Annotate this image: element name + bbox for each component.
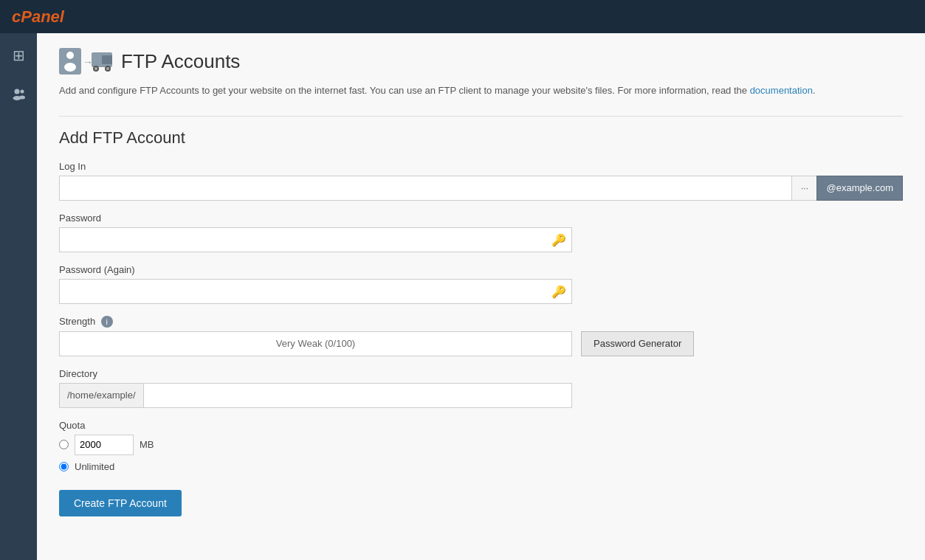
cpanel-logo: cPanel — [12, 7, 64, 27]
password-again-input[interactable] — [59, 279, 572, 304]
page-title: FTP Accounts — [121, 50, 240, 73]
password-again-label: Password (Again) — [59, 264, 903, 275]
logo-panel: Panel — [21, 7, 64, 26]
password-generator-button[interactable]: Password Generator — [581, 331, 694, 356]
svg-point-12 — [94, 67, 97, 70]
directory-input[interactable] — [143, 383, 573, 408]
quota-mb-unit: MB — [140, 439, 154, 450]
quota-unlimited-radio[interactable] — [59, 462, 69, 471]
svg-rect-9 — [102, 55, 112, 64]
sidebar: ⊞ — [0, 33, 37, 560]
svg-point-2 — [21, 90, 24, 94]
directory-label: Directory — [59, 368, 903, 379]
login-domain-badge: @example.com — [816, 176, 903, 201]
page-header: → FTP Accounts — [59, 48, 903, 75]
strength-row: Very Weak (0/100) Password Generator — [59, 331, 903, 356]
quota-unlimited-option: Unlimited — [59, 461, 903, 472]
svg-point-3 — [19, 96, 25, 100]
quota-mb-radio[interactable] — [59, 440, 69, 449]
directory-prefix: /home/example/ — [59, 383, 143, 408]
login-input[interactable] — [59, 176, 791, 201]
svg-point-13 — [106, 67, 109, 70]
login-field-group: Log In ··· @example.com — [59, 161, 903, 201]
quota-field-group: Quota MB Unlimited — [59, 420, 903, 472]
password-again-toggle-icon[interactable]: 🔑 — [551, 284, 566, 298]
quota-mb-input[interactable] — [75, 435, 134, 455]
svg-point-0 — [15, 89, 20, 94]
strength-label: Strength i — [59, 316, 903, 328]
password-input-wrap: 🔑 — [59, 227, 572, 252]
topbar: cPanel — [0, 0, 925, 33]
password-again-input-wrap: 🔑 — [59, 279, 572, 304]
directory-input-row: /home/example/ — [59, 383, 572, 408]
logo-c: c — [12, 7, 21, 26]
password-input[interactable] — [59, 227, 572, 252]
page-header-icons: → — [59, 48, 112, 75]
strength-field-group: Strength i Very Weak (0/100) Password Ge… — [59, 316, 903, 356]
create-ftp-account-button[interactable]: Create FTP Account — [59, 490, 182, 516]
main-content: → FTP Accounts Add and configure FTP Acc… — [37, 33, 925, 560]
login-input-row: ··· @example.com — [59, 176, 903, 201]
documentation-link[interactable]: documentation — [750, 85, 813, 96]
quota-label: Quota — [59, 420, 903, 431]
section-title: Add FTP Account — [59, 128, 903, 148]
quota-mb-option: MB — [59, 435, 903, 455]
svg-text:→: → — [83, 56, 93, 68]
quota-unlimited-label: Unlimited — [75, 461, 114, 472]
strength-bar: Very Weak (0/100) — [59, 331, 572, 356]
password-field-group: Password 🔑 — [59, 212, 903, 252]
svg-point-6 — [64, 63, 76, 72]
section-divider — [59, 116, 903, 117]
password-toggle-icon[interactable]: 🔑 — [551, 232, 566, 246]
password-again-field-group: Password (Again) 🔑 — [59, 264, 903, 304]
login-label: Log In — [59, 161, 903, 172]
login-dots-button[interactable]: ··· — [791, 176, 816, 201]
svg-point-5 — [66, 52, 74, 59]
ftp-account-icon: → — [59, 48, 112, 75]
strength-info-icon[interactable]: i — [101, 316, 113, 328]
password-label: Password — [59, 212, 903, 224]
sidebar-users-icon[interactable] — [5, 80, 32, 107]
sidebar-apps-icon[interactable]: ⊞ — [5, 42, 32, 69]
strength-value: Very Weak (0/100) — [66, 338, 565, 349]
quota-row: MB Unlimited — [59, 435, 903, 472]
page-description: Add and configure FTP Accounts to get yo… — [59, 83, 903, 98]
directory-field-group: Directory /home/example/ — [59, 368, 903, 408]
